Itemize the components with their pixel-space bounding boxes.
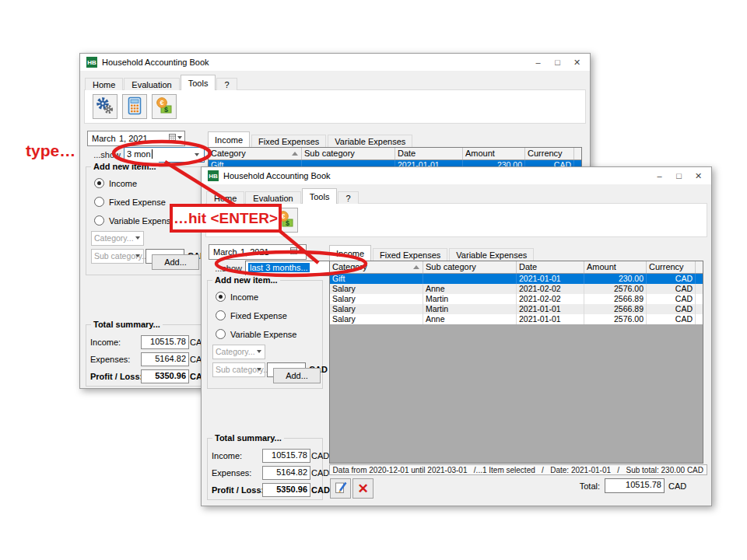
- add-button[interactable]: Add...: [273, 368, 321, 383]
- summary-label: Profit / Loss:: [212, 485, 264, 495]
- close-icon[interactable]: ✕: [567, 54, 587, 71]
- table-cell: 2021-02-02: [517, 284, 584, 294]
- tab-home[interactable]: Home: [206, 191, 244, 204]
- subcategory-placeholder: Sub category...: [216, 365, 270, 374]
- table-row-stub: [696, 304, 703, 314]
- date-picker[interactable]: March 1, 2021: [209, 244, 307, 260]
- main-tabstrip: Home Evaluation Tools ?: [206, 189, 359, 204]
- data-tab-variable-expenses[interactable]: Variable Expenses: [328, 135, 412, 147]
- header-cell-category[interactable]: Category: [209, 148, 302, 159]
- summary-value-box: 10515.78: [262, 449, 310, 463]
- tab-help[interactable]: ?: [216, 78, 237, 90]
- header-cell-amount[interactable]: Amount: [463, 148, 525, 159]
- title-bar: HB Household Accounting Book – □ ✕: [80, 54, 590, 71]
- app-icon: HB: [86, 57, 97, 68]
- calendar-dropdown-button[interactable]: [288, 246, 305, 257]
- window-title: Household Accounting Book: [223, 171, 331, 180]
- table-cell: 2021-01-01: [517, 314, 584, 324]
- total-value: 10515.78: [605, 478, 665, 493]
- tab-tools[interactable]: Tools: [181, 75, 216, 90]
- radio-label: Income: [230, 292, 258, 302]
- table-row[interactable]: SalaryMartin2021-01-012566.89CAD: [330, 304, 703, 314]
- tab-tools[interactable]: Tools: [302, 188, 338, 204]
- header-cell-date[interactable]: Date: [517, 261, 584, 273]
- currency-exchange-icon: € $: [155, 96, 174, 117]
- header-cell-date[interactable]: Date: [395, 148, 463, 159]
- delete-button[interactable]: ✕: [352, 478, 374, 499]
- header-cell-subcategory[interactable]: Sub category: [423, 261, 517, 273]
- radio-button-icon: [216, 292, 226, 302]
- radio-variable-expense[interactable]: Variable Expense: [94, 215, 175, 226]
- maximize-icon[interactable]: □: [669, 167, 689, 184]
- tab-help[interactable]: ?: [338, 191, 358, 204]
- data-tab-income[interactable]: Income: [329, 245, 371, 261]
- data-tab-income[interactable]: Income: [208, 131, 250, 147]
- table-cell: CAD: [647, 284, 696, 294]
- table-row-stub: [696, 294, 703, 304]
- settings-button[interactable]: [93, 94, 117, 119]
- calendar-dropdown-button[interactable]: [167, 132, 184, 143]
- gears-icon: [96, 96, 114, 117]
- total-currency: CAD: [668, 481, 686, 491]
- subcategory-combobox[interactable]: Sub category...: [212, 362, 265, 377]
- grid-header: Category Sub category Date Amount Curren…: [209, 148, 581, 160]
- date-month: March: [213, 247, 237, 257]
- summary-value-box: 5164.82: [262, 466, 310, 480]
- table-row[interactable]: SalaryAnne2021-01-012576.00CAD: [330, 314, 703, 324]
- category-combobox[interactable]: Category...: [212, 345, 265, 359]
- radio-fixed-expense[interactable]: Fixed Expense: [94, 197, 166, 207]
- summary-row-expenses: Expenses: 5164.82 CAD: [212, 466, 319, 478]
- maximize-icon[interactable]: □: [548, 54, 567, 71]
- app-icon: HB: [208, 170, 219, 181]
- table-cell: 230.00: [584, 274, 647, 284]
- delete-x-icon: ✕: [357, 481, 368, 497]
- chevron-down-icon: [299, 250, 303, 253]
- tab-evaluation[interactable]: Evaluation: [245, 191, 300, 204]
- tab-home[interactable]: Home: [85, 78, 123, 90]
- header-cell-category[interactable]: Category: [330, 261, 423, 273]
- show-filter-label: ...show: [202, 264, 242, 273]
- minimize-icon[interactable]: –: [528, 54, 548, 71]
- edit-button[interactable]: [330, 478, 351, 499]
- summary-currency: CAD: [311, 485, 330, 495]
- radio-income[interactable]: Income: [216, 292, 258, 302]
- radio-label: Fixed Expense: [230, 311, 287, 320]
- category-combobox[interactable]: Category...: [91, 231, 144, 246]
- table-cell: Anne: [423, 314, 517, 324]
- category-placeholder: Category...: [216, 347, 255, 356]
- radio-income[interactable]: Income: [94, 178, 137, 188]
- table-row[interactable]: SalaryMartin2021-02-022566.89CAD: [330, 294, 703, 304]
- table-cell: CAD: [647, 294, 696, 304]
- radio-label: Variable Expense: [230, 330, 296, 339]
- summary-row-income: Income: 10515.78 CAD: [212, 449, 319, 461]
- table-cell: Salary: [330, 314, 423, 324]
- data-tab-fixed-expenses[interactable]: Fixed Expenses: [251, 135, 326, 147]
- currency-button[interactable]: € $: [152, 94, 177, 119]
- svg-text:€: €: [281, 212, 285, 220]
- radio-fixed-expense[interactable]: Fixed Expense: [216, 310, 287, 320]
- data-tab-variable-expenses[interactable]: Variable Expenses: [449, 248, 534, 261]
- subcategory-combobox[interactable]: Sub category...: [91, 249, 144, 264]
- table-row[interactable]: Gift2021-01-01230.00CAD: [330, 274, 703, 284]
- group-title: Total summary...: [91, 320, 163, 329]
- close-icon[interactable]: ✕: [689, 167, 708, 184]
- calculator-button[interactable]: [122, 94, 147, 119]
- header-cell-subcategory[interactable]: Sub category: [302, 148, 395, 159]
- date-picker[interactable]: March 1, 2021: [87, 131, 185, 146]
- table-cell: Salary: [330, 294, 423, 304]
- show-filter-combobox[interactable]: 3 mon: [124, 147, 205, 163]
- table-row[interactable]: SalaryAnne2021-02-022576.00CAD: [330, 284, 703, 294]
- radio-variable-expense[interactable]: Variable Expense: [216, 329, 296, 339]
- summary-label: Profit / Loss:: [90, 372, 142, 381]
- header-cell-currency[interactable]: Currency: [647, 261, 696, 273]
- add-button[interactable]: Add...: [152, 254, 199, 270]
- tab-evaluation[interactable]: Evaluation: [124, 78, 179, 90]
- table-cell: 2021-01-01: [517, 304, 584, 314]
- header-cell-amount[interactable]: Amount: [584, 261, 647, 273]
- minimize-icon[interactable]: –: [650, 167, 669, 184]
- table-cell: CAD: [647, 274, 696, 284]
- table-cell: 2566.89: [584, 294, 647, 304]
- data-grid[interactable]: Category Sub category Date Amount Curren…: [329, 261, 703, 464]
- data-tab-fixed-expenses[interactable]: Fixed Expenses: [373, 248, 447, 261]
- header-cell-currency[interactable]: Currency: [525, 148, 574, 159]
